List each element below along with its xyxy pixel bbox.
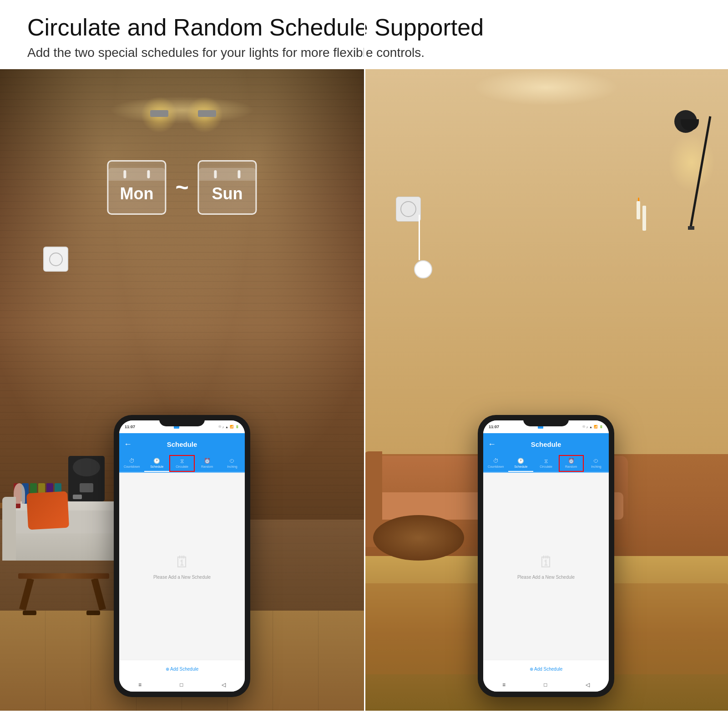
- empty-icon-right: 🗓: [538, 553, 554, 571]
- phone-body-left: 11:07 ☉♪▲📶🔋 ← Schedule ⏱: [114, 415, 250, 697]
- candles-right: [637, 201, 646, 231]
- phone-nav-right: ≡ □ ◁: [483, 678, 609, 692]
- tab-bar-left: ⏱ Countdown 🕐 Schedule ⧖ Circulate ⏰: [119, 455, 245, 473]
- status-icons-right: ☉♪▲📶🔋: [582, 425, 603, 429]
- phone-screen-right: 11:07 ☉♪▲📶🔋 ← Schedule ⏱: [483, 420, 609, 692]
- tab-inching-left[interactable]: ⏲ Inching: [220, 455, 245, 472]
- plug-cord-right: [419, 215, 420, 260]
- app-header-left: ← Schedule: [119, 433, 245, 455]
- phone-left: 11:07 ☉♪▲📶🔋 ← Schedule ⏱: [114, 415, 250, 697]
- tab-schedule-label-right: Schedule: [514, 465, 527, 468]
- tab-inching-right[interactable]: ⏲ Inching: [584, 455, 609, 472]
- add-schedule-label-left: ⊕ Add Schedule: [166, 667, 199, 672]
- tab-circulate-label-left: Circulate: [176, 465, 188, 468]
- random-icon-left: ⏰: [204, 458, 211, 464]
- status-time-right: 11:07: [489, 425, 499, 429]
- add-schedule-right[interactable]: ⊕ Add Schedule: [483, 660, 609, 678]
- tab-inching-label-left: Inching: [227, 465, 238, 468]
- tab-random-left[interactable]: ⏰ Random: [195, 455, 220, 472]
- tab-random-label-right: Random: [565, 465, 577, 468]
- tab-random-right[interactable]: ⏰ Random: [559, 455, 584, 472]
- phone-right: 11:07 ☉♪▲📶🔋 ← Schedule ⏱: [478, 415, 614, 697]
- tab-schedule-right[interactable]: 🕐 Schedule: [508, 455, 533, 472]
- nav-back-right[interactable]: ◁: [586, 682, 590, 688]
- coffee-maker: [68, 456, 105, 501]
- nav-home-right[interactable]: □: [544, 682, 547, 688]
- schedule-icon-left: 🕐: [153, 458, 160, 464]
- phone-screen-left: 11:07 ☉♪▲📶🔋 ← Schedule ⏱: [119, 420, 245, 692]
- add-schedule-left[interactable]: ⊕ Add Schedule: [119, 660, 245, 678]
- countdown-icon-right: ⏱: [493, 458, 499, 464]
- empty-icon-left: 🗓: [174, 553, 190, 571]
- back-button-left[interactable]: ←: [124, 440, 132, 449]
- circulate-icon-right: ⧖: [544, 458, 548, 464]
- content-area: Mon ~ Sun 11:07: [0, 69, 728, 711]
- tab-random-label-left: Random: [201, 465, 213, 468]
- phone-notch-right: [523, 415, 569, 426]
- nav-menu-left[interactable]: ≡: [138, 682, 142, 688]
- round-table-right: [373, 515, 464, 561]
- nav-home-left[interactable]: □: [180, 682, 183, 688]
- calendar-start: Mon: [107, 160, 166, 215]
- app-header-right: ← Schedule: [483, 433, 609, 455]
- status-time-left: 11:07: [125, 425, 135, 429]
- add-schedule-label-right: ⊕ Add Schedule: [530, 667, 563, 672]
- nav-back-left[interactable]: ◁: [222, 682, 226, 688]
- right-panel: 11:07 ☉♪▲📶🔋 ← Schedule ⏱: [364, 69, 728, 711]
- empty-text-right: Please Add a New Schedule: [517, 575, 575, 580]
- inching-icon-right: ⏲: [593, 458, 599, 464]
- random-icon-right: ⏰: [568, 458, 575, 464]
- app-title-right: Schedule: [531, 440, 561, 448]
- tab-countdown-label-left: Countdown: [124, 465, 140, 468]
- tab-countdown-left[interactable]: ⏱ Countdown: [119, 455, 144, 472]
- status-icons-left: ☉♪▲📶🔋: [218, 425, 239, 429]
- calendar-overlay: Mon ~ Sun: [107, 160, 257, 215]
- tab-circulate-right[interactable]: ⧖ Circulate: [533, 455, 558, 472]
- calendar-end: Sun: [198, 160, 257, 215]
- left-panel: Mon ~ Sun 11:07: [0, 69, 364, 711]
- device-socket-left: [43, 247, 68, 272]
- tab-circulate-left[interactable]: ⧖ Circulate: [169, 455, 194, 472]
- panel-divider: [364, 0, 365, 728]
- phone-nav-left: ≡ □ ◁: [119, 678, 245, 692]
- screen-content-right: 🗓 Please Add a New Schedule: [483, 473, 609, 660]
- back-button-right[interactable]: ←: [488, 440, 496, 449]
- app-title-left: Schedule: [167, 440, 197, 448]
- countdown-icon-left: ⏱: [129, 458, 135, 464]
- nav-menu-right[interactable]: ≡: [502, 682, 506, 688]
- circulate-icon-left: ⧖: [180, 458, 184, 464]
- calendar-tilde: ~: [175, 174, 188, 201]
- wall-socket-right: [396, 197, 421, 222]
- schedule-icon-right: 🕐: [517, 458, 524, 464]
- phone-body-right: 11:07 ☉♪▲📶🔋 ← Schedule ⏱: [478, 415, 614, 697]
- tab-bar-right: ⏱ Countdown 🕐 Schedule ⧖ Circulate ⏰: [483, 455, 609, 473]
- tab-schedule-left[interactable]: 🕐 Schedule: [144, 455, 169, 472]
- tab-schedule-label-left: Schedule: [150, 465, 163, 468]
- inching-icon-left: ⏲: [229, 458, 235, 464]
- tab-countdown-label-right: Countdown: [488, 465, 504, 468]
- screen-content-left: 🗓 Please Add a New Schedule: [119, 473, 245, 660]
- plug-head-right: [414, 260, 432, 278]
- tab-inching-label-right: Inching: [591, 465, 602, 468]
- empty-text-left: Please Add a New Schedule: [153, 575, 211, 580]
- phone-notch-left: [159, 415, 205, 426]
- tab-countdown-right[interactable]: ⏱ Countdown: [483, 455, 508, 472]
- tab-circulate-label-right: Circulate: [540, 465, 552, 468]
